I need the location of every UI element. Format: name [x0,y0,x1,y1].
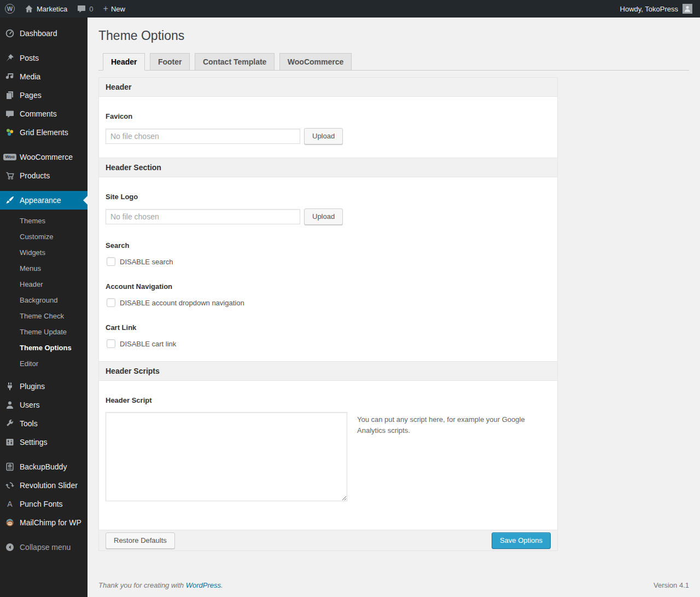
admin-bar: W Marketica 0 + New Howdy, TokoPress [0,0,700,18]
tab-header[interactable]: Header [103,53,145,71]
sidebar-item-label: Punch Fonts [20,500,63,508]
sidebar-item-label: Products [20,171,50,180]
submenu-item-menus[interactable]: Menus [0,260,88,276]
disable-account-nav-checkbox[interactable] [107,298,115,307]
footer-version-text: Version 4.1 [654,581,689,589]
submenu-item-theme-update[interactable]: Theme Update [0,324,88,340]
sidebar-item-label: Appearance [20,196,61,205]
section-header-header-section: Header Section [99,158,557,177]
submenu-item-background[interactable]: Background [0,292,88,308]
tab-contact-template[interactable]: Contact Template [195,53,275,71]
favicon-label: Favicon [106,112,551,120]
site-logo-file-input[interactable] [106,209,300,224]
comments-shortcut[interactable]: 0 [72,0,98,18]
wordpress-logo-menu[interactable]: W [0,0,20,18]
comment-count: 0 [89,5,93,13]
header-script-textarea[interactable] [106,412,347,501]
sidebar-item-settings[interactable]: Settings [0,433,88,451]
site-logo-upload-button[interactable]: Upload [304,208,343,225]
sidebar-item-dashboard[interactable]: Dashboard [0,24,88,43]
site-logo-label: Site Logo [106,193,551,201]
section-header-header-scripts: Header Scripts [99,361,557,381]
cart-link-label: Cart Link [106,323,551,332]
sidebar-item-mailchimp[interactable]: MailChimp for WP [0,513,88,532]
disable-account-nav-row: DISABLE account dropdown navigation [106,298,551,307]
restore-defaults-button[interactable]: Restore Defaults [106,532,175,549]
sidebar-item-media[interactable]: Media [0,67,88,86]
section-header-header: Header [99,78,557,97]
sidebar-item-label: Media [20,72,40,81]
pages-icon [4,91,15,100]
submenu-item-theme-check[interactable]: Theme Check [0,308,88,324]
backup-icon [4,462,15,471]
letter-a-icon: A [4,500,15,508]
collapse-menu-button[interactable]: Collapse menu [0,538,88,557]
sidebar-item-label: BackupBuddy [20,462,67,471]
section-body-header: Favicon Upload [99,97,557,158]
submenu-item-themes[interactable]: Themes [0,213,88,229]
sidebar-item-pages[interactable]: Pages [0,86,88,105]
sidebar-item-backupbuddy[interactable]: BackupBuddy [0,457,88,476]
home-icon [25,4,33,13]
panel-footer: Restore Defaults Save Options [99,530,557,550]
site-name-label: Marketica [37,5,67,13]
mailchimp-monkey-icon [4,518,15,527]
new-content-menu[interactable]: + New [98,0,130,18]
footer-thanks-text: Thank you for creating with WordPress. [98,581,223,589]
comment-icon [4,110,15,118]
sidebar-item-label: Dashboard [20,29,57,38]
favicon-file-input[interactable] [106,129,300,144]
header-script-label: Header Script [106,396,551,404]
menu-separator [0,43,88,49]
menu-separator [0,451,88,457]
menu-separator [0,532,88,538]
disable-cart-link-row: DISABLE cart link [106,339,551,348]
plugin-icon [4,382,15,391]
howdy-account-link[interactable]: Howdy, TokoPress [620,5,678,13]
section-body-header-section: Site Logo Upload Search DISABLE search A… [99,177,557,361]
pushpin-icon [4,54,15,62]
save-options-button[interactable]: Save Options [492,532,551,549]
sidebar-item-tools[interactable]: Tools [0,414,88,433]
sidebar-item-label: Revolution Slider [20,481,78,490]
submenu-item-theme-options[interactable]: Theme Options [0,340,88,356]
tab-footer[interactable]: Footer [150,53,190,71]
page-footer: Thank you for creating with WordPress. V… [98,581,689,589]
sidebar-item-label: MailChimp for WP [20,518,81,527]
sidebar-item-plugins[interactable]: Plugins [0,377,88,396]
sidebar-item-revolution-slider[interactable]: Revolution Slider [0,476,88,495]
sidebar-item-comments[interactable]: Comments [0,105,88,123]
sidebar-item-label: Settings [20,438,48,447]
disable-search-checkbox[interactable] [107,257,115,266]
disable-search-row: DISABLE search [106,257,551,266]
disable-search-label: DISABLE search [120,258,173,266]
plus-icon: + [103,4,108,14]
section-body-header-scripts: Header Script You can put any script her… [99,381,557,530]
favicon-upload-button[interactable]: Upload [304,128,343,144]
sidebar-item-punch-fonts[interactable]: A Punch Fonts [0,495,88,513]
admin-sidebar: Dashboard Posts Media Pages Comments [0,18,88,597]
sidebar-item-posts[interactable]: Posts [0,49,88,67]
sidebar-item-woocommerce[interactable]: Woo WooCommerce [0,148,88,166]
submenu-item-widgets[interactable]: Widgets [0,245,88,260]
submenu-item-editor[interactable]: Editor [0,356,88,372]
collapse-arrow-icon [4,543,15,552]
dashboard-icon [4,29,15,38]
disable-cart-link-checkbox[interactable] [107,339,115,348]
sidebar-item-grid-elements[interactable]: Grid Elements [0,123,88,142]
sidebar-item-products[interactable]: Products [0,166,88,185]
site-name-link[interactable]: Marketica [20,0,72,18]
sidebar-item-label: Posts [20,54,39,62]
tab-woocommerce[interactable]: WooCommerce [279,53,352,71]
sidebar-item-appearance[interactable]: Appearance [0,191,88,210]
sidebar-item-label: Tools [20,419,38,428]
sidebar-item-label: Users [20,401,40,409]
submenu-item-customize[interactable]: Customize [0,229,88,245]
wordpress-logo-icon: W [5,4,15,14]
avatar[interactable] [682,4,692,14]
collapse-menu-label: Collapse menu [20,543,71,552]
submenu-item-header[interactable]: Header [0,276,88,292]
cart-icon [4,171,15,180]
wordpress-link[interactable]: WordPress [186,581,221,589]
sidebar-item-users[interactable]: Users [0,396,88,414]
